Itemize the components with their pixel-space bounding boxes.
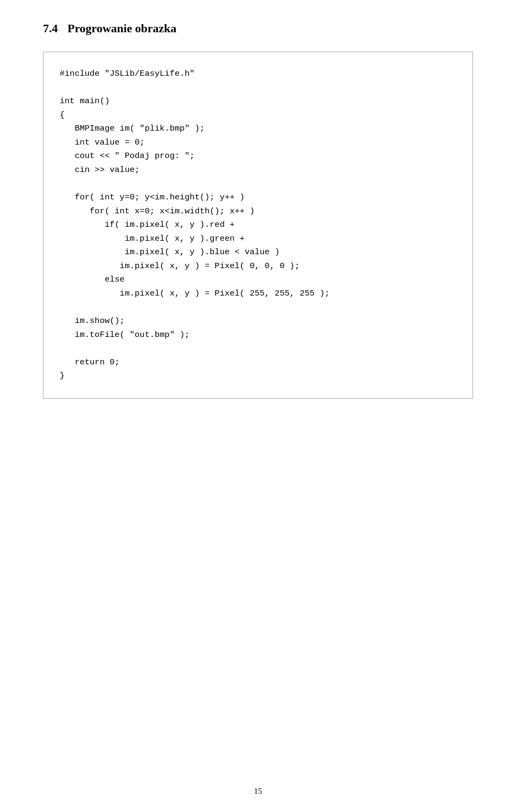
page-footer: 15	[0, 787, 516, 796]
section-heading: 7.4Progrowanie obrazka	[43, 21, 473, 35]
section-number: 7.4	[43, 21, 58, 35]
code-box: #include "JSLib/EasyLife.h" int main() {…	[43, 52, 473, 399]
code-content: #include "JSLib/EasyLife.h" int main() {…	[60, 67, 456, 383]
page-number: 15	[254, 787, 262, 795]
section-title: Progrowanie obrazka	[68, 21, 177, 35]
